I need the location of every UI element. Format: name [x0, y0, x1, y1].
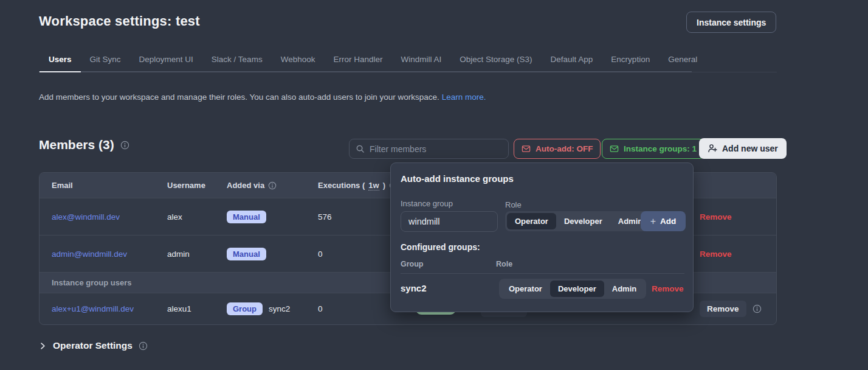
add-new-user-label: Add new user — [722, 144, 778, 153]
added-via-badge: Group — [227, 302, 263, 315]
role-option-developer[interactable]: Developer — [556, 213, 610, 229]
col-executions-suffix: ) — [383, 181, 385, 190]
role-option-operator[interactable]: Operator — [507, 213, 556, 229]
tab-webhook[interactable]: Webhook — [272, 54, 325, 71]
tab-slack-teams[interactable]: Slack / Teams — [202, 54, 272, 71]
configured-groups-heading: Configured groups: — [401, 242, 480, 252]
auto-add-button[interactable]: Auto-add: OFF — [514, 139, 601, 159]
tab-object-storage[interactable]: Object Storage (S3) — [450, 54, 541, 71]
added-via-badge: Manual — [227, 248, 266, 260]
tab-error-handler[interactable]: Error Handler — [324, 54, 391, 71]
tab-default-app[interactable]: Default App — [542, 54, 602, 71]
instance-groups-button[interactable]: Instance groups: 1 — [602, 139, 704, 159]
mail-icon — [610, 144, 619, 153]
configured-col-role: Role — [496, 260, 512, 268]
operator-settings-toggle[interactable]: Operator Settings — [39, 340, 148, 351]
tab-git-sync[interactable]: Git Sync — [81, 54, 130, 71]
operator-settings-label: Operator Settings — [53, 340, 133, 351]
tab-list: Users Git Sync Deployment UI Slack / Tea… — [39, 54, 692, 72]
added-via-group-name: sync2 — [269, 304, 290, 313]
role-label: Role — [505, 200, 522, 209]
instance-settings-button[interactable]: Instance settings — [686, 12, 776, 33]
member-username: alex — [167, 198, 182, 235]
info-icon[interactable] — [268, 181, 277, 190]
col-added-via-label: Added via — [227, 181, 264, 190]
chevron-right-icon — [39, 342, 47, 350]
info-icon[interactable] — [753, 304, 762, 313]
tab-general[interactable]: General — [659, 54, 706, 71]
learn-more-link[interactable]: Learn more. — [442, 92, 486, 102]
member-username: admin — [167, 236, 190, 272]
search-icon — [356, 144, 365, 153]
instance-groups-label: Instance groups: 1 — [624, 144, 697, 153]
configured-group-name: sync2 — [401, 283, 427, 293]
configured-col-group: Group — [401, 260, 424, 268]
auto-add-label: Auto-add: OFF — [536, 144, 593, 153]
member-executions: 0 — [318, 293, 323, 324]
instance-settings-label: Instance settings — [697, 18, 766, 27]
role-segmented-control: Operator Developer Admin — [505, 211, 652, 231]
member-email-link[interactable]: admin@windmill.dev — [52, 250, 127, 259]
instance-group-label: Instance group — [401, 199, 453, 208]
add-group-label: Add — [660, 217, 676, 226]
page-description: Add members to your workspace and manage… — [39, 92, 486, 102]
col-executions: Executions (1w) — [318, 173, 398, 198]
tab-users[interactable]: Users — [40, 54, 81, 72]
remove-group-button[interactable]: Remove — [652, 284, 684, 293]
remove-member-button[interactable]: Remove — [700, 212, 732, 222]
tab-windmill-ai[interactable]: Windmill AI — [391, 54, 450, 71]
configured-role-segmented-control: Operator Developer Admin — [499, 279, 646, 299]
col-email: Email — [52, 173, 73, 198]
page-title: Workspace settings: test — [39, 13, 200, 29]
add-new-user-button[interactable]: Add new user — [699, 138, 787, 159]
instance-group-input[interactable] — [401, 211, 498, 232]
col-executions-window: 1w — [368, 181, 379, 190]
role-option-developer[interactable]: Developer — [550, 281, 604, 297]
col-username: Username — [167, 173, 205, 198]
role-option-admin[interactable]: Admin — [604, 281, 644, 297]
user-plus-icon — [708, 144, 717, 153]
added-via-badge: Manual — [227, 211, 266, 223]
description-text: Add members to your workspace and manage… — [39, 92, 439, 102]
divider — [401, 273, 684, 274]
add-group-button[interactable]: + Add — [641, 211, 686, 231]
member-username: alexu1 — [167, 293, 191, 324]
role-option-operator[interactable]: Operator — [501, 281, 550, 297]
filter-members-box — [349, 139, 509, 159]
member-executions: 576 — [318, 198, 332, 235]
section-label: Instance group users — [52, 278, 131, 287]
remove-member-button[interactable]: Remove — [700, 250, 732, 259]
tab-deployment-ui[interactable]: Deployment UI — [130, 54, 202, 71]
info-icon[interactable] — [139, 341, 148, 351]
tab-encryption[interactable]: Encryption — [602, 54, 659, 71]
mail-icon — [522, 144, 531, 153]
plus-icon: + — [650, 216, 656, 227]
remove-member-button[interactable]: Remove — [700, 301, 746, 317]
member-email-link[interactable]: alex@windmill.dev — [52, 212, 120, 222]
popup-title: Auto-add instance groups — [401, 173, 514, 184]
filter-members-input[interactable] — [370, 144, 491, 154]
members-heading: Members (3) — [39, 138, 129, 152]
col-added-via: Added via — [227, 173, 277, 198]
auto-add-popup: Auto-add instance groups Instance group … — [390, 162, 694, 312]
member-email-link[interactable]: alex+u1@windmill.dev — [52, 304, 134, 313]
member-executions: 0 — [318, 236, 323, 272]
settings-tabbar: Users Git Sync Deployment UI Slack / Tea… — [39, 54, 777, 72]
col-executions-prefix: Executions ( — [318, 181, 365, 190]
members-heading-label: Members (3) — [39, 138, 114, 152]
info-icon[interactable] — [120, 141, 129, 150]
